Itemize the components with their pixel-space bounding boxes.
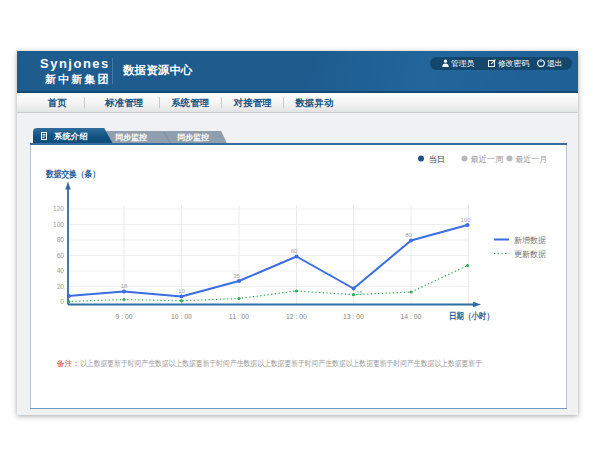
svg-text:12 : 00: 12 : 00 <box>286 313 307 320</box>
svg-text:10 : 00: 10 : 00 <box>171 313 192 320</box>
svg-text:60: 60 <box>57 252 65 259</box>
svg-text:14 : 00: 14 : 00 <box>401 313 422 320</box>
svg-text:100: 100 <box>53 221 64 228</box>
svg-text:120: 120 <box>53 205 64 212</box>
svg-text:9 : 00: 9 : 00 <box>115 313 132 320</box>
svg-text:80: 80 <box>405 232 412 238</box>
svg-text:40: 40 <box>57 267 65 274</box>
svg-text:数据交换（条）: 数据交换（条） <box>45 169 100 179</box>
svg-text:35: 35 <box>233 273 240 279</box>
svg-text:备注：: 备注： <box>56 359 80 368</box>
svg-text:以上数据更新于时间产生数据以上数据更新于时间产生数据以上数据: 以上数据更新于时间产生数据以上数据更新于时间产生数据以上数据更新于时间产生数据以… <box>80 359 482 368</box>
svg-text:11 : 00: 11 : 00 <box>229 313 250 320</box>
svg-text:0: 0 <box>60 298 64 305</box>
svg-text:15: 15 <box>356 290 363 296</box>
svg-text:13 : 00: 13 : 00 <box>343 313 364 320</box>
svg-text:当日: 当日 <box>429 154 446 164</box>
svg-text:10: 10 <box>178 288 185 294</box>
svg-text:60: 60 <box>291 248 298 254</box>
svg-text:100: 100 <box>460 217 471 223</box>
svg-text:日期（小时）: 日期（小时） <box>449 311 494 321</box>
svg-text:80: 80 <box>57 236 65 243</box>
svg-text:最近一周: 最近一周 <box>471 154 504 164</box>
svg-text:更新数据: 更新数据 <box>514 249 546 259</box>
svg-text:20: 20 <box>57 283 65 290</box>
svg-text:18: 18 <box>121 283 128 289</box>
svg-text:最近一月: 最近一月 <box>516 154 548 164</box>
svg-text:新增数据: 新增数据 <box>514 235 546 245</box>
